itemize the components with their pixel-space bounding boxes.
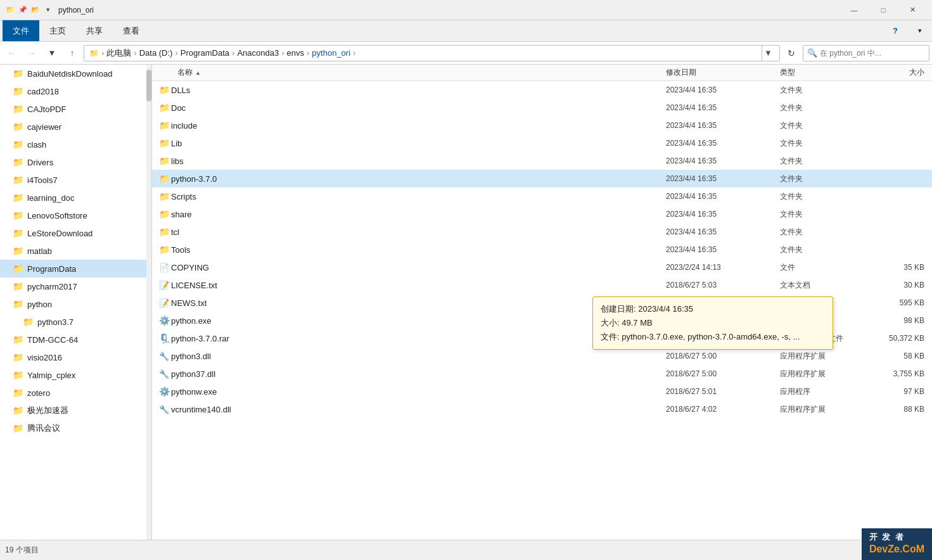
exe-icon: ⚙️ — [157, 385, 171, 398]
sidebar-item-yalmip-cplex[interactable]: 📁 Yalmip_cplex — [0, 366, 151, 384]
table-row[interactable]: 📁 DLLs 2023/4/4 16:35 文件夹 — [152, 81, 932, 99]
folder-icon: 📁 — [157, 189, 171, 203]
refresh-button[interactable]: ↻ — [782, 44, 800, 62]
file-size: 595 KB — [862, 298, 932, 307]
close-button[interactable]: ✕ — [898, 0, 927, 20]
table-row[interactable]: ⚙️ pythonw.exe 2018/6/27 5:01 应用程序 97 KB — [152, 383, 932, 400]
table-row[interactable]: 📁 tcl 2023/4/4 16:35 文件夹 — [152, 223, 932, 241]
file-name: python3.dll — [171, 352, 666, 361]
tab-share[interactable]: 共享 — [76, 20, 113, 41]
sidebar-item-drivers[interactable]: 📁 Drivers — [0, 153, 151, 171]
table-row[interactable]: 📁 Doc 2023/4/4 16:35 文件夹 — [152, 99, 932, 117]
folder-icon: 📁 — [13, 299, 23, 309]
txt-icon: 📝 — [157, 278, 171, 292]
crumb-programdata[interactable]: ProgramData — [181, 48, 229, 58]
sidebar-label: python3.7 — [37, 317, 73, 327]
sidebar-item-pycharm2017[interactable]: 📁 pycharm2017 — [0, 277, 151, 295]
address-folder-icon: 📁 — [89, 49, 99, 58]
file-list: 📁 DLLs 2023/4/4 16:35 文件夹 📁 Doc 2023/4/4… — [152, 81, 932, 540]
folder-icon: 📁 — [13, 210, 23, 220]
sidebar-item-visio2016[interactable]: 📁 visio2016 — [0, 348, 151, 366]
table-row[interactable]: 📁 python-3.7.0 2023/4/4 16:35 文件夹 — [152, 170, 932, 188]
table-row[interactable]: 📁 Scripts 2023/4/4 16:35 文件夹 — [152, 188, 932, 205]
table-row[interactable]: 📁 Tools 2023/4/4 16:35 文件夹 — [152, 241, 932, 258]
folder-icon: 📁 — [157, 172, 171, 186]
txt-icon: 📝 — [157, 296, 171, 310]
sidebar-item-zotero[interactable]: 📁 zotero — [0, 384, 151, 402]
status-bar: 19 个项目 ☰ ⊞ — [0, 540, 932, 560]
col-header-type[interactable]: 类型 — [780, 67, 862, 78]
tab-view[interactable]: 查看 — [113, 20, 150, 41]
tab-file[interactable]: 文件 — [3, 20, 39, 41]
folder-icon: 📁 — [13, 104, 23, 114]
window-title: python_ori — [58, 6, 839, 15]
file-name: NEWS.txt — [171, 298, 666, 308]
file-date: 2018/6/27 5:01 — [666, 387, 780, 396]
tab-home[interactable]: 主页 — [39, 20, 76, 41]
file-name: libs — [171, 156, 666, 166]
sidebar-item-programdata[interactable]: 📁 ProgramData — [0, 260, 151, 277]
sidebar-item-cajtopdf[interactable]: 📁 CAJtoPDF — [0, 100, 151, 118]
table-row[interactable]: 📄 COPYING 2023/2/24 14:13 文件 35 KB — [152, 258, 932, 276]
sidebar-item-baidunetdiskdownload[interactable]: 📁 BaiduNetdiskDownload — [0, 65, 151, 82]
col-header-size[interactable]: 大小 — [862, 67, 932, 78]
sidebar-item-python37[interactable]: 📁 python3.7 — [0, 313, 151, 331]
table-row[interactable]: 📁 share 2023/4/4 16:35 文件夹 — [152, 205, 932, 223]
sidebar-item-python[interactable]: 📁 python — [0, 295, 151, 313]
ribbon-collapse-button[interactable]: ▾ — [908, 20, 932, 41]
sidebar-label: ProgramData — [27, 264, 76, 274]
up-button[interactable]: ↑ — [63, 44, 81, 62]
file-date: 2023/4/4 16:35 — [666, 86, 780, 94]
crumb-anaconda3[interactable]: Anaconda3 — [237, 48, 279, 58]
address-dropdown-button[interactable]: ▼ — [762, 45, 774, 61]
folder-icon: 📁 — [13, 423, 23, 433]
maximize-button[interactable]: □ — [869, 0, 898, 20]
folder-icon: 📁 — [23, 317, 34, 327]
file-type: 应用程序扩展 — [780, 369, 862, 379]
minimize-button[interactable]: — — [839, 0, 869, 20]
table-row[interactable]: 📁 Lib 2023/4/4 16:35 文件夹 — [152, 134, 932, 152]
col-header-date[interactable]: 修改日期 — [666, 67, 780, 78]
dll-icon: 🔧 — [157, 349, 171, 363]
table-row[interactable]: 🔧 python37.dll 2018/6/27 5:00 应用程序扩展 3,7… — [152, 365, 932, 383]
search-box[interactable]: 🔍 — [803, 45, 929, 61]
crumb-envs[interactable]: envs — [287, 48, 304, 58]
sidebar-item-lenovosoftstore[interactable]: 📁 LenovoSoftstore — [0, 207, 151, 224]
help-button[interactable]: ? — [883, 20, 908, 41]
search-input[interactable] — [820, 49, 925, 58]
sidebar-item-clash[interactable]: 📁 clash — [0, 136, 151, 153]
sidebar-item-matlab[interactable]: 📁 matlab — [0, 242, 151, 260]
file-date: 2018/6/27 5:00 — [666, 352, 780, 360]
tooltip-size: 大小: 49.7 MB — [601, 316, 825, 330]
ribbon: 文件 主页 共享 查看 ? ▾ — [0, 20, 932, 42]
sidebar-item-cajviewer[interactable]: 📁 cajviewer — [0, 118, 151, 136]
sidebar-item-cad2018[interactable]: 📁 cad2018 — [0, 82, 151, 100]
file-type: 文件夹 — [780, 174, 862, 184]
table-row[interactable]: 📁 include 2023/4/4 16:35 文件夹 — [152, 117, 932, 134]
sidebar-item-tengxun[interactable]: 📁 腾讯会议 — [0, 419, 151, 437]
file-type: 文件夹 — [780, 191, 862, 202]
recent-locations-button[interactable]: ▼ — [43, 44, 61, 62]
forward-button[interactable]: → — [23, 44, 41, 62]
sidebar-label: 腾讯会议 — [27, 423, 60, 434]
file-date: 2023/4/4 16:35 — [666, 103, 780, 112]
table-row[interactable]: 📝 LICENSE.txt 2018/6/27 5:03 文本文档 30 KB — [152, 276, 932, 294]
file-size: 88 KB — [862, 405, 932, 414]
address-bar[interactable]: 📁 › 此电脑 › Data (D:) › ProgramData › Anac… — [84, 45, 780, 61]
table-row[interactable]: 🔧 python3.dll 2018/6/27 5:00 应用程序扩展 58 K… — [152, 347, 932, 365]
sidebar-item-lestoredownload[interactable]: 📁 LeStoreDownload — [0, 224, 151, 242]
file-name: LICENSE.txt — [171, 281, 666, 290]
crumb-data[interactable]: Data (D:) — [139, 48, 173, 58]
table-row[interactable]: 🔧 vcruntime140.dll 2018/6/27 4:02 应用程序扩展… — [152, 400, 932, 418]
sidebar-item-jiguang[interactable]: 📁 极光加速器 — [0, 402, 151, 419]
sidebar-item-learning-doc[interactable]: 📁 learning_doc — [0, 189, 151, 207]
sidebar-item-i4tools7[interactable]: 📁 i4Tools7 — [0, 171, 151, 189]
sidebar-label: BaiduNetdiskDownload — [27, 69, 112, 79]
sidebar-item-tdm-gcc-64[interactable]: 📁 TDM-GCC-64 — [0, 331, 151, 348]
col-header-name[interactable]: 名称 ▲ — [152, 67, 666, 78]
folder-icon: 📁 — [13, 334, 23, 345]
crumb-python-ori[interactable]: python_ori — [312, 48, 350, 58]
table-row[interactable]: 📁 libs 2023/4/4 16:35 文件夹 — [152, 152, 932, 170]
back-button[interactable]: ← — [3, 44, 20, 62]
crumb-pc[interactable]: 此电脑 — [106, 48, 131, 59]
